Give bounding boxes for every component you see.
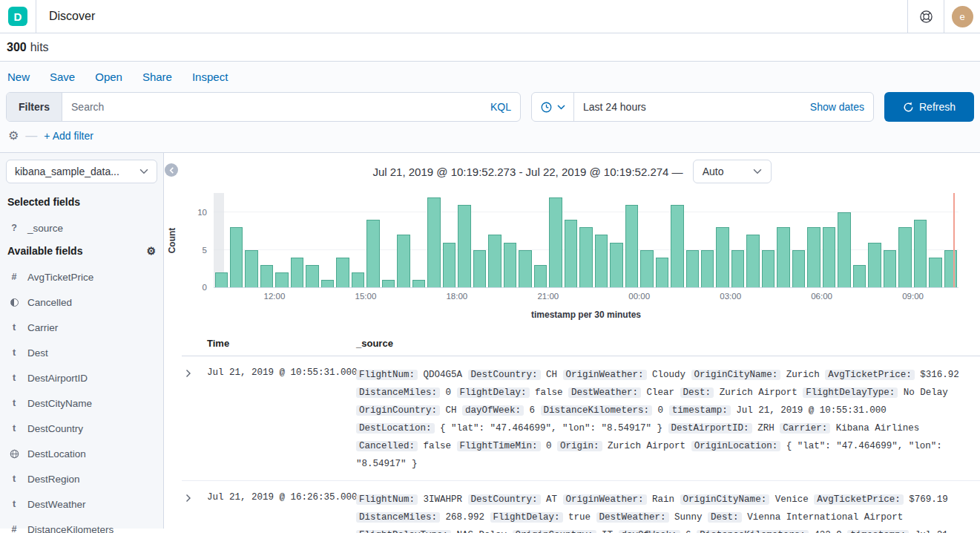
quick-select-button[interactable] [532,93,574,121]
histogram-bar[interactable] [549,197,562,287]
histogram-bar[interactable] [245,250,257,287]
menu-item-inspect[interactable]: Inspect [192,71,228,83]
field-item-DestRegion[interactable]: tDestRegion [6,466,157,491]
field-item-DestCountry[interactable]: tDestCountry [6,416,157,441]
histogram-bar[interactable] [929,258,941,287]
histogram-bar[interactable] [579,227,592,287]
menu-item-open[interactable]: Open [95,71,122,83]
histogram-bar[interactable] [640,250,653,287]
histogram-bar[interactable] [534,265,547,287]
menu-item-new[interactable]: New [7,71,30,83]
menu-item-share[interactable]: Share [142,71,172,83]
histogram-bar[interactable] [823,227,835,287]
kibana-logo-wrap[interactable]: D [0,0,36,33]
histogram-bar[interactable] [595,235,608,287]
histogram-bar[interactable] [914,220,927,287]
histogram-bar[interactable] [260,265,273,287]
histogram-bar[interactable] [625,205,638,287]
user-menu-button[interactable]: e [944,0,980,33]
time-range-value[interactable]: Last 24 hours [574,93,801,121]
source-column-header: _source [356,338,980,349]
add-filter-link[interactable]: + Add filter [44,130,93,142]
help-menu-button[interactable] [908,0,944,33]
field-item-DestAirportID[interactable]: tDestAirportID [6,365,157,390]
filter-row-dash: — [25,129,37,143]
source-field-key: OriginCountry: [513,530,596,533]
chevron-right-icon [185,369,192,378]
histogram-bar[interactable] [412,280,425,287]
histogram-bar[interactable] [731,250,744,287]
histogram-bar[interactable] [366,220,379,287]
histogram-bar[interactable] [701,250,714,287]
histogram-bar[interactable] [610,243,622,287]
filter-options-gear-icon[interactable]: ⚙ [8,130,19,142]
expand-row-button[interactable] [182,491,197,506]
source-field-key: DistanceKilometers: [697,530,809,533]
histogram-bar[interactable] [427,197,440,287]
histogram-bar[interactable] [671,205,683,287]
field-item-Carrier[interactable]: tCarrier [6,315,157,340]
menu-item-save[interactable]: Save [50,71,75,83]
histogram-bar[interactable] [291,258,303,287]
histogram-bar[interactable] [762,250,775,287]
histogram-bar[interactable] [944,250,957,287]
histogram-bar[interactable] [352,272,364,287]
kql-toggle[interactable]: KQL [481,93,520,121]
main-panel: Jul 21, 2019 @ 10:19:52.273 - Jul 22, 20… [164,153,980,529]
histogram-bar[interactable] [382,280,395,287]
histogram-bar[interactable] [397,235,410,287]
expand-row-button[interactable] [182,366,197,381]
user-avatar[interactable]: e [952,6,973,27]
histogram-bar[interactable] [275,272,288,287]
field-item-_source[interactable]: ?_source [6,215,157,241]
histogram-plot-area[interactable]: Count 051012:0015:0018:0021:0000:0003:00… [214,193,958,288]
histogram-bar[interactable] [792,250,805,287]
histogram-bar[interactable] [321,280,334,287]
filters-button[interactable]: Filters [7,93,62,121]
histogram-bar[interactable] [853,265,866,287]
histogram-bar[interactable] [777,227,789,287]
kibana-logo-icon[interactable]: D [8,7,27,26]
field-item-DistanceKilometers[interactable]: #DistanceKilometers [6,517,157,533]
field-label: DestWeather [27,499,86,510]
histogram-bar[interactable] [686,250,699,287]
search-input[interactable] [62,93,481,121]
histogram-bar[interactable] [565,220,577,287]
histogram-bar[interactable] [458,205,470,287]
source-field-key: DestWeather: [568,388,641,398]
histogram-bar[interactable] [884,250,896,287]
source-field-key: AvgTicketPrice: [825,370,915,380]
source-field-key: OriginCountry: [356,405,440,416]
field-item-DestLocation[interactable]: DestLocation [6,441,157,466]
histogram-bar[interactable] [473,250,486,287]
refresh-button[interactable]: Refresh [884,92,974,122]
histogram-bar[interactable] [838,212,850,287]
histogram-bar[interactable] [519,250,531,287]
histogram-bar[interactable] [504,243,516,287]
field-item-AvgTicketPrice[interactable]: #AvgTicketPrice [6,264,157,290]
histogram-bar[interactable] [215,272,228,287]
help-icon [919,10,933,24]
histogram-bar[interactable] [230,227,243,287]
histogram-bar[interactable] [898,227,911,287]
histogram-bar[interactable] [807,227,820,287]
source-field-key: DistanceMiles: [356,388,440,398]
field-settings-gear-icon[interactable]: ⚙ [146,246,156,256]
histogram-bar[interactable] [306,265,318,287]
index-pattern-select[interactable]: kibana_sample_data... [6,160,157,183]
show-dates-button[interactable]: Show dates [801,93,873,121]
field-item-Cancelled[interactable]: Cancelled [6,290,157,315]
histogram-bar[interactable] [336,258,349,287]
histogram-bar[interactable] [716,227,729,287]
histogram-bar[interactable] [656,258,668,287]
field-item-DestCityName[interactable]: tDestCityName [6,390,157,416]
sidebar-collapse-button[interactable] [165,163,178,177]
histogram-bar[interactable] [746,235,759,287]
histogram-bar[interactable] [488,235,501,287]
histogram-bar[interactable] [868,243,881,287]
interval-select[interactable]: Auto [693,160,772,183]
x-axis-tick-label: 06:00 [811,292,832,301]
field-item-Dest[interactable]: tDest [6,340,157,365]
field-item-DestWeather[interactable]: tDestWeather [6,491,157,517]
histogram-bar[interactable] [443,243,456,287]
